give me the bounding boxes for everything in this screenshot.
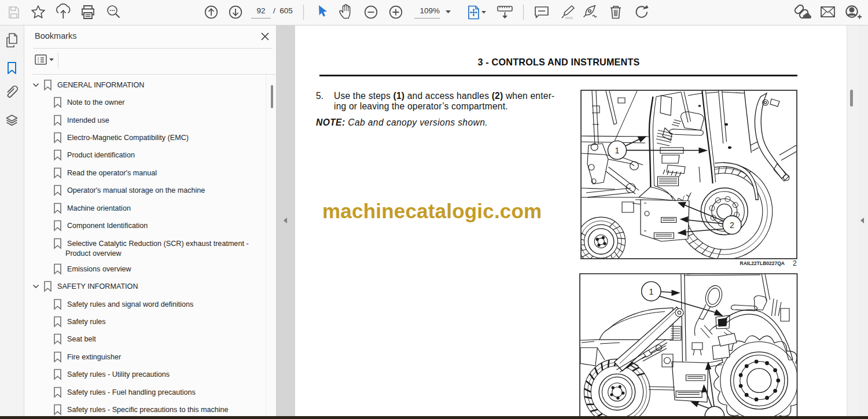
svg-text:1: 1 <box>649 287 653 296</box>
svg-text:1: 1 <box>615 146 620 155</box>
svg-text:2: 2 <box>730 220 734 230</box>
